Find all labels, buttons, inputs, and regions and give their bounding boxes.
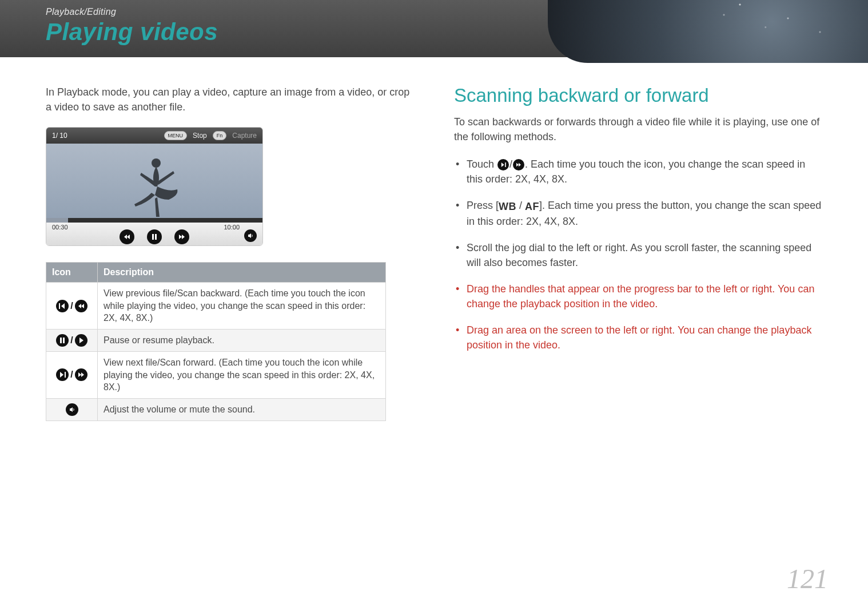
elapsed-time: 00:30 [52,224,68,231]
scan-forward-icon [75,368,87,381]
svg-rect-5 [63,338,65,343]
list-item: Press [WB / AF]. Each time you press the… [454,198,822,228]
fn-pill: Fn [213,131,227,140]
volume-icon [66,403,78,416]
icon-description-table: Icon Description / View previous file/Sc… [46,262,386,421]
page-number: 121 [787,563,828,594]
capture-label: Capture [232,132,257,140]
prev-file-icon [56,300,69,312]
list-text-pre: Touch [467,158,497,170]
table-cell-desc: View previous file/Scan backward. (Each … [98,283,386,330]
table-row: / Pause or resume playback. [46,329,386,351]
table-cell-desc: Pause or resume playback. [98,329,386,351]
scan-backward-icon [75,300,87,312]
play-icon [75,334,87,347]
menu-pill: MENU [164,131,188,140]
scan-forward-icon[interactable] [174,229,189,244]
progress-bar[interactable] [46,218,262,223]
video-player-mock: 1/ 10 MENU Stop Fn Capture [46,127,263,246]
list-text-pre: Press [ [467,200,499,211]
table-header-icon: Icon [46,263,98,283]
scan-backward-icon[interactable] [120,229,134,244]
section-intro: To scan backwards or forwards through a … [454,114,822,144]
next-file-icon [497,159,509,170]
file-counter: 1/ 10 [52,132,67,140]
list-text: Scroll the jog dial to the left or right… [467,242,811,268]
list-text: Drag the handles that appear on the prog… [467,283,814,310]
intro-text: In Playback mode, you can play a video, … [46,85,414,114]
pause-icon [56,334,69,347]
dancer-silhouette-icon [129,155,180,218]
svg-rect-6 [65,372,66,378]
progress-fill [46,218,68,223]
list-item: Scroll the jog dial to the left or right… [454,240,822,270]
section-heading: Scanning backward or forward [454,85,822,106]
table-row: / View next file/Scan forward. (Each tim… [46,351,386,398]
list-item: Touch /. Each time you touch the icon, y… [454,157,822,187]
table-header-desc: Description [98,263,386,283]
svg-rect-4 [60,338,62,343]
video-canvas [46,144,262,218]
table-row: Adjust the volume or mute the sound. [46,398,386,421]
stop-label: Stop [193,132,207,140]
svg-rect-3 [59,303,60,309]
video-info-bar: 1/ 10 MENU Stop Fn Capture [46,128,262,144]
svg-rect-2 [155,234,157,240]
page-header: Playback/Editing Playing videos [0,0,868,57]
right-column: Scanning backward or forward To scan bac… [454,85,822,421]
scan-forward-icon [513,159,524,170]
list-text: Drag an area on the screen to the left o… [467,324,811,351]
table-cell-desc: Adjust the volume or mute the sound. [98,398,386,421]
header-decoration [548,0,868,63]
pause-icon[interactable] [147,229,162,244]
svg-point-0 [152,158,161,168]
method-list: Touch /. Each time you touch the icon, y… [454,157,822,352]
volume-icon[interactable] [244,229,257,242]
list-text-post: ]. Each time you press the button, you c… [467,200,821,227]
table-cell-desc: View next file/Scan forward. (Each time … [98,351,386,398]
left-column: In Playback mode, you can play a video, … [46,85,414,421]
video-controls-bar: 00:30 10:00 [46,223,262,245]
total-time: 10:00 [224,224,240,231]
list-item: Drag an area on the screen to the left o… [454,323,822,352]
list-item: Drag the handles that appear on the prog… [454,281,822,311]
af-button-label: AF [525,199,539,214]
svg-rect-1 [152,234,154,240]
next-file-icon [56,368,69,381]
wb-button-label: WB [499,199,516,214]
svg-rect-7 [505,162,506,167]
table-row: / View previous file/Scan backward. (Eac… [46,283,386,330]
